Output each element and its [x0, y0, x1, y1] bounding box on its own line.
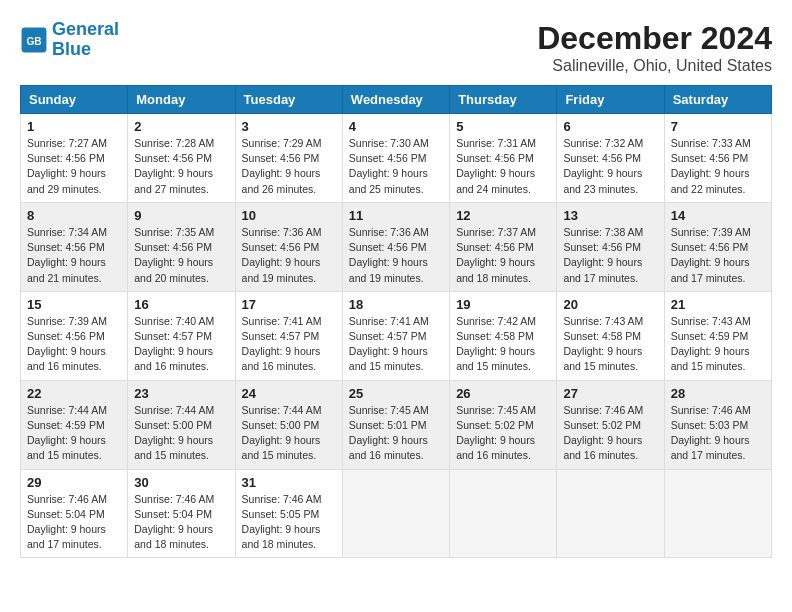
header-tuesday: Tuesday	[235, 86, 342, 114]
cell-sun-info: Sunrise: 7:46 AM Sunset: 5:04 PM Dayligh…	[27, 492, 121, 553]
day-number: 27	[563, 386, 657, 401]
calendar-week-row: 8Sunrise: 7:34 AM Sunset: 4:56 PM Daylig…	[21, 202, 772, 291]
day-number: 7	[671, 119, 765, 134]
day-number: 1	[27, 119, 121, 134]
day-number: 13	[563, 208, 657, 223]
cell-sun-info: Sunrise: 7:45 AM Sunset: 5:02 PM Dayligh…	[456, 403, 550, 464]
day-number: 22	[27, 386, 121, 401]
title-area: December 2024 Salineville, Ohio, United …	[537, 20, 772, 75]
calendar-cell: 30Sunrise: 7:46 AM Sunset: 5:04 PM Dayli…	[128, 469, 235, 558]
calendar-cell	[450, 469, 557, 558]
cell-sun-info: Sunrise: 7:27 AM Sunset: 4:56 PM Dayligh…	[27, 136, 121, 197]
day-number: 31	[242, 475, 336, 490]
cell-sun-info: Sunrise: 7:43 AM Sunset: 4:58 PM Dayligh…	[563, 314, 657, 375]
calendar-cell: 18Sunrise: 7:41 AM Sunset: 4:57 PM Dayli…	[342, 291, 449, 380]
calendar-cell: 25Sunrise: 7:45 AM Sunset: 5:01 PM Dayli…	[342, 380, 449, 469]
cell-sun-info: Sunrise: 7:44 AM Sunset: 5:00 PM Dayligh…	[242, 403, 336, 464]
cell-sun-info: Sunrise: 7:39 AM Sunset: 4:56 PM Dayligh…	[27, 314, 121, 375]
day-number: 20	[563, 297, 657, 312]
calendar-cell: 13Sunrise: 7:38 AM Sunset: 4:56 PM Dayli…	[557, 202, 664, 291]
cell-sun-info: Sunrise: 7:41 AM Sunset: 4:57 PM Dayligh…	[349, 314, 443, 375]
cell-sun-info: Sunrise: 7:40 AM Sunset: 4:57 PM Dayligh…	[134, 314, 228, 375]
day-number: 6	[563, 119, 657, 134]
cell-sun-info: Sunrise: 7:46 AM Sunset: 5:02 PM Dayligh…	[563, 403, 657, 464]
cell-sun-info: Sunrise: 7:41 AM Sunset: 4:57 PM Dayligh…	[242, 314, 336, 375]
cell-sun-info: Sunrise: 7:46 AM Sunset: 5:05 PM Dayligh…	[242, 492, 336, 553]
calendar-cell: 15Sunrise: 7:39 AM Sunset: 4:56 PM Dayli…	[21, 291, 128, 380]
calendar-cell: 12Sunrise: 7:37 AM Sunset: 4:56 PM Dayli…	[450, 202, 557, 291]
calendar-cell	[557, 469, 664, 558]
calendar-week-row: 15Sunrise: 7:39 AM Sunset: 4:56 PM Dayli…	[21, 291, 772, 380]
calendar-cell: 29Sunrise: 7:46 AM Sunset: 5:04 PM Dayli…	[21, 469, 128, 558]
calendar-cell: 17Sunrise: 7:41 AM Sunset: 4:57 PM Dayli…	[235, 291, 342, 380]
calendar-cell: 8Sunrise: 7:34 AM Sunset: 4:56 PM Daylig…	[21, 202, 128, 291]
day-number: 2	[134, 119, 228, 134]
cell-sun-info: Sunrise: 7:36 AM Sunset: 4:56 PM Dayligh…	[242, 225, 336, 286]
calendar-cell: 19Sunrise: 7:42 AM Sunset: 4:58 PM Dayli…	[450, 291, 557, 380]
calendar-cell: 4Sunrise: 7:30 AM Sunset: 4:56 PM Daylig…	[342, 114, 449, 203]
calendar-cell: 7Sunrise: 7:33 AM Sunset: 4:56 PM Daylig…	[664, 114, 771, 203]
cell-sun-info: Sunrise: 7:33 AM Sunset: 4:56 PM Dayligh…	[671, 136, 765, 197]
calendar-header-row: SundayMondayTuesdayWednesdayThursdayFrid…	[21, 86, 772, 114]
header-sunday: Sunday	[21, 86, 128, 114]
day-number: 4	[349, 119, 443, 134]
day-number: 10	[242, 208, 336, 223]
calendar-cell: 24Sunrise: 7:44 AM Sunset: 5:00 PM Dayli…	[235, 380, 342, 469]
cell-sun-info: Sunrise: 7:37 AM Sunset: 4:56 PM Dayligh…	[456, 225, 550, 286]
calendar-cell: 14Sunrise: 7:39 AM Sunset: 4:56 PM Dayli…	[664, 202, 771, 291]
day-number: 5	[456, 119, 550, 134]
cell-sun-info: Sunrise: 7:28 AM Sunset: 4:56 PM Dayligh…	[134, 136, 228, 197]
calendar-cell	[342, 469, 449, 558]
day-number: 29	[27, 475, 121, 490]
calendar-cell: 26Sunrise: 7:45 AM Sunset: 5:02 PM Dayli…	[450, 380, 557, 469]
calendar-cell: 27Sunrise: 7:46 AM Sunset: 5:02 PM Dayli…	[557, 380, 664, 469]
cell-sun-info: Sunrise: 7:32 AM Sunset: 4:56 PM Dayligh…	[563, 136, 657, 197]
day-number: 15	[27, 297, 121, 312]
calendar-week-row: 29Sunrise: 7:46 AM Sunset: 5:04 PM Dayli…	[21, 469, 772, 558]
day-number: 18	[349, 297, 443, 312]
cell-sun-info: Sunrise: 7:44 AM Sunset: 5:00 PM Dayligh…	[134, 403, 228, 464]
logo: GB General Blue	[20, 20, 119, 60]
cell-sun-info: Sunrise: 7:38 AM Sunset: 4:56 PM Dayligh…	[563, 225, 657, 286]
day-number: 11	[349, 208, 443, 223]
cell-sun-info: Sunrise: 7:39 AM Sunset: 4:56 PM Dayligh…	[671, 225, 765, 286]
day-number: 12	[456, 208, 550, 223]
day-number: 26	[456, 386, 550, 401]
cell-sun-info: Sunrise: 7:36 AM Sunset: 4:56 PM Dayligh…	[349, 225, 443, 286]
header-thursday: Thursday	[450, 86, 557, 114]
cell-sun-info: Sunrise: 7:34 AM Sunset: 4:56 PM Dayligh…	[27, 225, 121, 286]
calendar-cell: 28Sunrise: 7:46 AM Sunset: 5:03 PM Dayli…	[664, 380, 771, 469]
header-friday: Friday	[557, 86, 664, 114]
cell-sun-info: Sunrise: 7:43 AM Sunset: 4:59 PM Dayligh…	[671, 314, 765, 375]
calendar-cell	[664, 469, 771, 558]
day-number: 28	[671, 386, 765, 401]
calendar-week-row: 22Sunrise: 7:44 AM Sunset: 4:59 PM Dayli…	[21, 380, 772, 469]
calendar-cell: 21Sunrise: 7:43 AM Sunset: 4:59 PM Dayli…	[664, 291, 771, 380]
cell-sun-info: Sunrise: 7:30 AM Sunset: 4:56 PM Dayligh…	[349, 136, 443, 197]
day-number: 21	[671, 297, 765, 312]
cell-sun-info: Sunrise: 7:46 AM Sunset: 5:03 PM Dayligh…	[671, 403, 765, 464]
day-number: 17	[242, 297, 336, 312]
calendar-table: SundayMondayTuesdayWednesdayThursdayFrid…	[20, 85, 772, 558]
day-number: 23	[134, 386, 228, 401]
cell-sun-info: Sunrise: 7:45 AM Sunset: 5:01 PM Dayligh…	[349, 403, 443, 464]
calendar-title: December 2024	[537, 20, 772, 57]
calendar-cell: 5Sunrise: 7:31 AM Sunset: 4:56 PM Daylig…	[450, 114, 557, 203]
calendar-cell: 16Sunrise: 7:40 AM Sunset: 4:57 PM Dayli…	[128, 291, 235, 380]
cell-sun-info: Sunrise: 7:46 AM Sunset: 5:04 PM Dayligh…	[134, 492, 228, 553]
day-number: 30	[134, 475, 228, 490]
day-number: 25	[349, 386, 443, 401]
calendar-subtitle: Salineville, Ohio, United States	[537, 57, 772, 75]
cell-sun-info: Sunrise: 7:31 AM Sunset: 4:56 PM Dayligh…	[456, 136, 550, 197]
calendar-cell: 9Sunrise: 7:35 AM Sunset: 4:56 PM Daylig…	[128, 202, 235, 291]
day-number: 8	[27, 208, 121, 223]
calendar-cell: 1Sunrise: 7:27 AM Sunset: 4:56 PM Daylig…	[21, 114, 128, 203]
day-number: 3	[242, 119, 336, 134]
day-number: 16	[134, 297, 228, 312]
header-saturday: Saturday	[664, 86, 771, 114]
cell-sun-info: Sunrise: 7:42 AM Sunset: 4:58 PM Dayligh…	[456, 314, 550, 375]
logo-text: General Blue	[52, 20, 119, 60]
calendar-cell: 22Sunrise: 7:44 AM Sunset: 4:59 PM Dayli…	[21, 380, 128, 469]
svg-text:GB: GB	[26, 35, 41, 46]
cell-sun-info: Sunrise: 7:44 AM Sunset: 4:59 PM Dayligh…	[27, 403, 121, 464]
